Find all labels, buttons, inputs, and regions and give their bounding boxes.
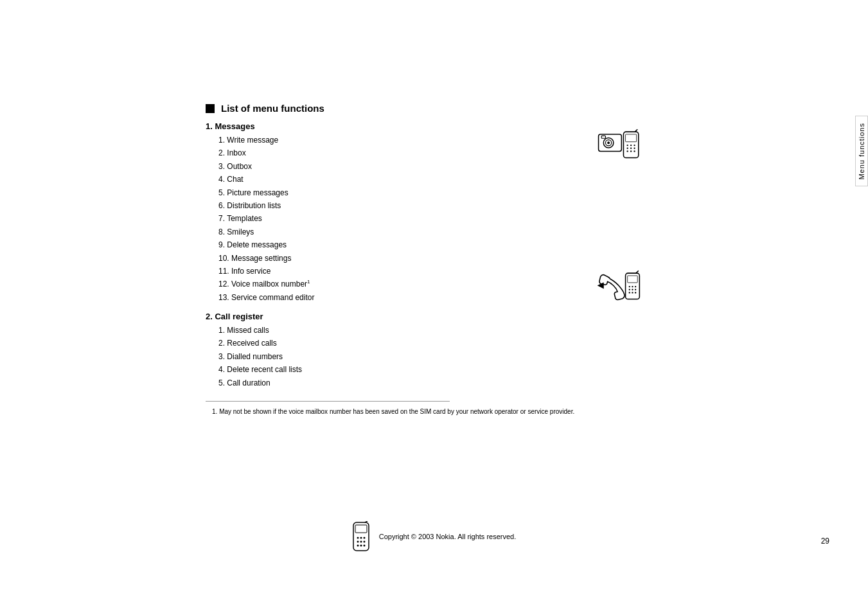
svg-point-21 <box>635 286 636 287</box>
svg-point-19 <box>629 286 630 287</box>
svg-point-22 <box>629 289 630 290</box>
svg-point-36 <box>363 541 365 543</box>
list-item: 4. Chat <box>206 173 694 186</box>
main-content: List of menu functions <box>206 103 694 416</box>
list-item: 2. Received calls <box>206 337 694 350</box>
svg-point-14 <box>630 150 632 152</box>
svg-point-33 <box>363 537 365 539</box>
svg-point-8 <box>630 145 632 146</box>
svg-point-31 <box>357 537 359 539</box>
messages-phone-icon <box>598 128 642 165</box>
svg-point-7 <box>627 145 628 146</box>
footer-phone-icon <box>352 521 370 552</box>
svg-point-10 <box>627 148 628 149</box>
svg-point-11 <box>630 148 632 149</box>
svg-rect-18 <box>628 276 638 283</box>
svg-point-20 <box>632 286 633 287</box>
footnote-divider <box>206 401 450 402</box>
title-section: List of menu functions <box>206 103 694 114</box>
page-wrapper: Menu functions List of menu functions <box>0 0 868 613</box>
svg-point-9 <box>633 145 635 146</box>
section-call-register-number: 2. <box>206 312 215 321</box>
footnote-content: May not be shown if the voice mailbox nu… <box>219 408 574 415</box>
page-title: List of menu functions <box>221 103 324 114</box>
svg-point-23 <box>632 289 633 290</box>
svg-point-13 <box>627 150 628 152</box>
svg-point-35 <box>360 541 362 543</box>
svg-rect-4 <box>601 136 605 138</box>
sections-wrapper: 1. Messages 1. Write message 2. Inbox 3.… <box>206 121 694 416</box>
svg-point-37 <box>357 545 359 547</box>
svg-point-15 <box>633 150 635 152</box>
side-tab: Menu functions <box>855 116 868 186</box>
section-messages-title: Messages <box>215 121 254 131</box>
title-square-icon <box>206 104 215 113</box>
svg-point-3 <box>607 141 610 144</box>
superscript-1: 1 <box>307 279 310 285</box>
svg-rect-6 <box>626 134 637 142</box>
svg-point-32 <box>360 537 362 539</box>
list-item: 5. Picture messages <box>206 186 694 199</box>
svg-point-12 <box>633 148 635 149</box>
list-item: 6. Distribution lists <box>206 199 694 212</box>
footnote-number: 1. <box>212 408 219 415</box>
svg-point-24 <box>635 289 636 290</box>
list-item: 7. Templates <box>206 212 694 225</box>
svg-point-39 <box>363 545 365 547</box>
footer: Copyright © 2003 Nokia. All rights reser… <box>0 521 868 552</box>
list-item: 8. Smileys <box>206 226 694 238</box>
footnote: 1. May not be shown if the voice mailbox… <box>206 407 694 416</box>
svg-point-27 <box>635 292 636 293</box>
list-item: 5. Call duration <box>206 377 694 389</box>
section-call-register-header: 2. Call register <box>206 312 694 321</box>
side-tab-label: Menu functions <box>858 123 865 180</box>
list-item: 4. Delete recent call lists <box>206 363 694 376</box>
list-item: 3. Dialled numbers <box>206 350 694 363</box>
svg-point-26 <box>632 292 633 293</box>
svg-rect-0 <box>599 134 622 151</box>
section-messages-number: 1. <box>206 121 215 131</box>
page-number: 29 <box>821 537 829 546</box>
list-item: 9. Delete messages <box>206 238 694 251</box>
section-call-register: 2. Call register 1. Missed calls 2. Rece… <box>206 312 694 389</box>
section-call-register-title: Call register <box>215 312 263 321</box>
footer-copyright: Copyright © 2003 Nokia. All rights reser… <box>379 533 517 540</box>
call-register-phone-icon <box>598 269 642 306</box>
list-item: 1. Missed calls <box>206 324 694 337</box>
svg-line-40 <box>365 521 368 522</box>
svg-point-34 <box>357 541 359 543</box>
svg-rect-30 <box>355 525 367 533</box>
svg-point-25 <box>629 292 630 293</box>
list-item: 10. Message settings <box>206 252 694 265</box>
svg-point-38 <box>360 545 362 547</box>
